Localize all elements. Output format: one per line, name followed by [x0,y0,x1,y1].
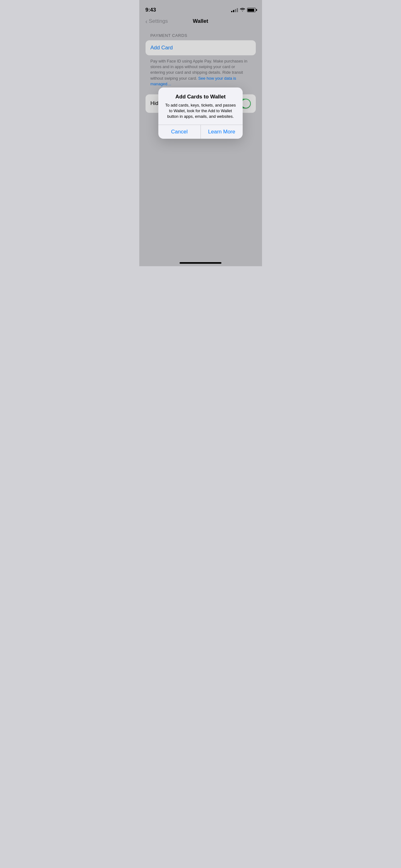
alert-buttons: Cancel Learn More [158,125,243,139]
cancel-button[interactable]: Cancel [158,125,201,139]
alert-title: Add Cards to Wallet [163,94,238,100]
learn-more-button[interactable]: Learn More [201,125,243,139]
modal-overlay: Add Cards to Wallet To add cards, keys, … [139,0,262,266]
alert-dialog: Add Cards to Wallet To add cards, keys, … [158,88,243,139]
home-indicator [179,262,222,264]
alert-content: Add Cards to Wallet To add cards, keys, … [158,88,243,125]
alert-message: To add cards, keys, tickets, and passes … [163,102,238,120]
